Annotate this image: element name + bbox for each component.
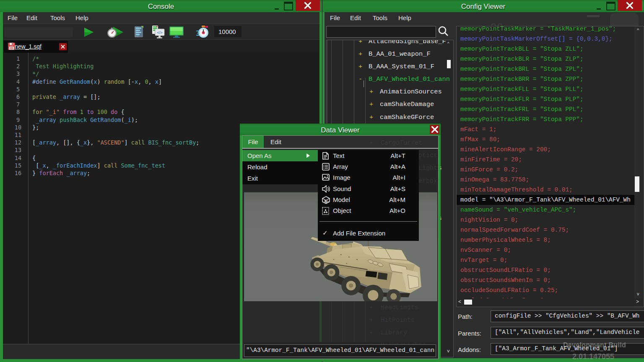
svg-text:</>: </> bbox=[157, 31, 162, 35]
svg-text:D: D bbox=[327, 200, 329, 203]
svg-text:3: 3 bbox=[324, 200, 326, 203]
